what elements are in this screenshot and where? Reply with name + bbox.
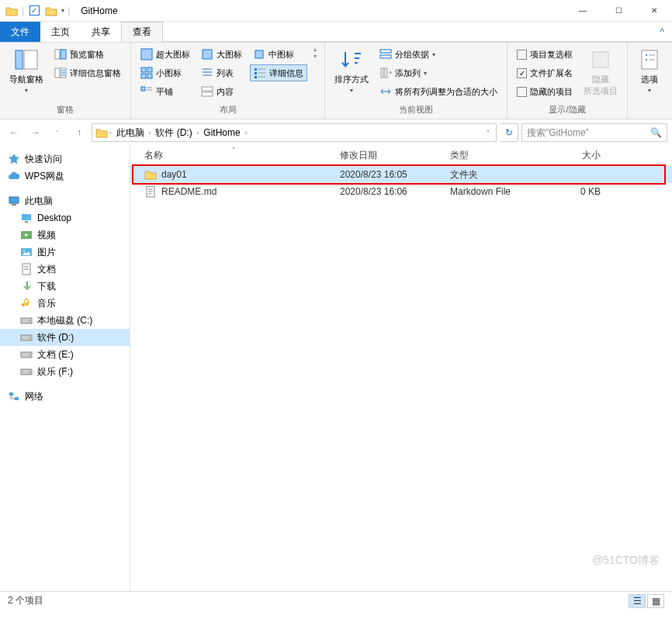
details-pane-button[interactable]: 详细信息窗格 bbox=[51, 64, 124, 81]
address-dropdown[interactable]: ˅ bbox=[483, 130, 493, 137]
nav-item[interactable]: 音乐 bbox=[0, 295, 130, 312]
svg-rect-28 bbox=[255, 76, 257, 78]
ribbon-group-panes: 导航窗格 ▾ 预览窗格 详细信息窗格 窗格 bbox=[0, 43, 131, 119]
svg-rect-14 bbox=[141, 87, 145, 91]
svg-point-54 bbox=[29, 337, 30, 339]
tab-view[interactable]: 查看 bbox=[121, 22, 163, 42]
address-row: ← → ˅ ↑ › 此电脑› 软件 (D:)› GitHome› ˅ ↻ 搜索"… bbox=[0, 119, 672, 146]
hidden-items-toggle[interactable]: 隐藏的项目 bbox=[514, 83, 576, 100]
ribbon-collapse-button[interactable]: ^ bbox=[652, 22, 672, 42]
hide-selected-button[interactable]: 隐藏 所选项目 bbox=[580, 46, 621, 99]
layout-details[interactable]: 详细信息 bbox=[250, 64, 307, 81]
svg-rect-1 bbox=[24, 50, 37, 69]
close-button[interactable]: ✕ bbox=[636, 0, 672, 22]
layout-content[interactable]: 内容 bbox=[198, 83, 245, 100]
nav-item[interactable]: 视频 bbox=[0, 226, 130, 244]
layout-medium[interactable]: 中图标 bbox=[250, 46, 307, 63]
svg-rect-26 bbox=[255, 72, 257, 74]
search-box[interactable]: 搜索"GitHome" 🔍 bbox=[521, 123, 667, 142]
svg-rect-17 bbox=[203, 50, 212, 59]
col-header-name[interactable]: ˄名称 bbox=[130, 149, 334, 162]
nav-item[interactable]: 快速访问 bbox=[0, 150, 130, 168]
ribbon-group-show-hide: 项目复选框 文件扩展名 隐藏的项目 隐藏 所选项目 显示/隐藏 bbox=[507, 43, 628, 119]
col-header-type[interactable]: 类型 bbox=[444, 149, 545, 162]
maximize-button[interactable]: ☐ bbox=[601, 0, 636, 22]
svg-rect-59 bbox=[9, 392, 13, 396]
svg-point-47 bbox=[23, 250, 25, 251]
crumb-githome[interactable]: GitHome bbox=[200, 124, 243, 141]
nav-item[interactable]: 文档 bbox=[0, 261, 130, 278]
nav-item[interactable]: WPS网盘 bbox=[0, 168, 130, 185]
file-ext-toggle[interactable]: 文件扩展名 bbox=[514, 64, 576, 81]
qat-dropdown[interactable]: ▾ bbox=[61, 7, 64, 14]
qat-separator-2: | bbox=[68, 5, 70, 16]
qat-checkbox-icon[interactable] bbox=[27, 4, 41, 18]
view-icons-toggle[interactable]: ▦ bbox=[647, 594, 664, 608]
nav-item[interactable]: 文档 (E:) bbox=[0, 346, 130, 363]
svg-rect-42 bbox=[12, 204, 16, 206]
svg-rect-3 bbox=[61, 50, 66, 59]
layout-list[interactable]: 列表 bbox=[198, 64, 245, 81]
group-by-button[interactable]: 分组依据 bbox=[376, 46, 501, 63]
nav-item[interactable]: 本地磁盘 (C:) bbox=[0, 312, 130, 329]
svg-rect-55 bbox=[21, 352, 32, 358]
options-button[interactable]: 选项▾ bbox=[634, 46, 665, 95]
item-checkboxes-toggle[interactable]: 项目复选框 bbox=[514, 46, 576, 63]
col-header-date[interactable]: 修改日期 bbox=[334, 149, 444, 162]
layout-small[interactable]: 小图标 bbox=[137, 64, 193, 81]
status-item-count: 2 个项目 bbox=[8, 594, 43, 607]
preview-pane-button[interactable]: 预览窗格 bbox=[51, 46, 124, 63]
forward-button[interactable]: → bbox=[26, 123, 45, 142]
layout-large[interactable]: 大图标 bbox=[198, 46, 245, 63]
nav-pane-button[interactable]: 导航窗格 ▾ bbox=[6, 46, 47, 95]
svg-rect-41 bbox=[9, 197, 19, 203]
back-button[interactable]: ← bbox=[5, 123, 23, 142]
nav-item[interactable]: 下载 bbox=[0, 278, 130, 295]
file-row[interactable]: day012020/8/23 16:05文件夹 bbox=[130, 166, 672, 183]
titlebar: | ▾ | GitHome — ☐ ✕ bbox=[0, 0, 672, 22]
svg-point-52 bbox=[29, 320, 30, 322]
fit-columns-button[interactable]: 将所有列调整为合适的大小 bbox=[376, 83, 501, 100]
layout-tiles[interactable]: 平铺 bbox=[137, 83, 193, 100]
nav-item[interactable]: Desktop bbox=[0, 209, 130, 226]
file-list-area: ˄名称 修改日期 类型 大小 day012020/8/23 16:05文件夹RE… bbox=[130, 146, 672, 591]
recent-button[interactable]: ˅ bbox=[48, 123, 67, 142]
svg-point-37 bbox=[646, 54, 647, 56]
col-header-size[interactable]: 大小 bbox=[545, 149, 607, 162]
nav-item[interactable]: 娱乐 (F:) bbox=[0, 363, 130, 380]
nav-item[interactable]: 图片 bbox=[0, 244, 130, 261]
status-bar: 2 个项目 ☰ ▦ bbox=[0, 591, 672, 610]
svg-point-56 bbox=[29, 354, 30, 356]
layout-extra-large[interactable]: 超大图标 bbox=[137, 46, 193, 63]
svg-rect-31 bbox=[380, 55, 391, 58]
ribbon-group-current-view: 排序方式▾ 分组依据 +添加列 将所有列调整为合适的大小 当前视图 bbox=[325, 43, 507, 119]
nav-item[interactable]: 此电脑 bbox=[0, 192, 130, 209]
svg-point-39 bbox=[646, 59, 647, 60]
minimize-button[interactable]: — bbox=[565, 0, 601, 22]
navigation-pane[interactable]: 快速访问WPS网盘此电脑Desktop视频图片文档下载音乐本地磁盘 (C:)软件… bbox=[0, 146, 130, 591]
sort-by-button[interactable]: 排序方式▾ bbox=[331, 46, 372, 95]
address-bar[interactable]: › 此电脑› 软件 (D:)› GitHome› ˅ bbox=[92, 123, 497, 142]
svg-rect-57 bbox=[21, 369, 32, 375]
crumb-this-pc[interactable]: 此电脑 bbox=[113, 124, 147, 141]
tab-home[interactable]: 主页 bbox=[40, 22, 81, 42]
refresh-button[interactable]: ↻ bbox=[500, 123, 518, 142]
nav-item[interactable]: 网络 bbox=[0, 388, 130, 405]
nav-item[interactable]: 软件 (D:) bbox=[0, 329, 130, 346]
view-details-toggle[interactable]: ☰ bbox=[629, 594, 646, 608]
file-row[interactable]: README.md2020/8/23 16:06Markdown File0 K… bbox=[130, 183, 672, 200]
svg-point-58 bbox=[29, 372, 30, 373]
svg-rect-32 bbox=[381, 68, 383, 78]
tab-share[interactable]: 共享 bbox=[81, 22, 121, 42]
column-headers[interactable]: ˄名称 修改日期 类型 大小 bbox=[130, 146, 672, 166]
ribbon-group-layout: 超大图标 小图标 平铺 大图标 列表 内容 中图标 详细信息 ▴▾ 布局 bbox=[131, 43, 325, 119]
tab-file[interactable]: 文件 bbox=[0, 22, 40, 42]
svg-rect-13 bbox=[147, 74, 152, 78]
up-button[interactable]: ↑ bbox=[70, 123, 88, 142]
crumb-drive-d[interactable]: 软件 (D:) bbox=[152, 124, 195, 141]
svg-rect-51 bbox=[21, 318, 32, 323]
svg-rect-33 bbox=[385, 68, 387, 78]
qat-separator: | bbox=[22, 5, 24, 16]
add-columns-button[interactable]: +添加列 bbox=[376, 64, 501, 81]
svg-rect-12 bbox=[141, 74, 146, 78]
